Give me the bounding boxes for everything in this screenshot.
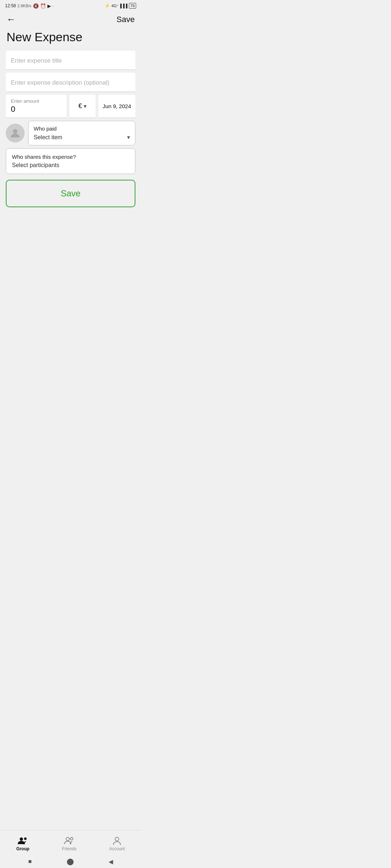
expense-title-input[interactable] xyxy=(6,51,135,70)
mute-icon: 🔇 xyxy=(33,3,39,9)
youtube-icon: ▶ xyxy=(47,3,51,9)
who-shares-selector[interactable]: Who shares this expense? Select particip… xyxy=(6,148,135,174)
battery-level: 79 xyxy=(130,4,135,8)
status-right: ⚡ 4G⁺▐▐▐ 79 xyxy=(105,3,136,9)
status-left: 12:58 2.8KB/s 🔇 ⏰ ▶ · xyxy=(5,3,54,9)
back-button[interactable]: ← xyxy=(7,14,16,25)
who-paid-row: Who paid Select item ▾ xyxy=(6,121,135,145)
form-area: Enter amount 0 € ▾ Jun 9, 2024 Who paid … xyxy=(0,51,141,207)
avatar xyxy=(6,124,25,142)
date-selector[interactable]: Jun 9, 2024 xyxy=(98,95,135,118)
amount-row: Enter amount 0 € ▾ Jun 9, 2024 xyxy=(6,95,135,118)
amount-box[interactable]: Enter amount 0 xyxy=(6,95,67,118)
battery-icon: 79 xyxy=(129,3,136,9)
signal-icon: 4G⁺▐▐▐ xyxy=(112,4,127,8)
bluetooth-icon: ⚡ xyxy=(105,3,110,8)
alarm-icon: ⏰ xyxy=(40,3,46,9)
top-navigation: ← Save xyxy=(0,10,141,28)
chevron-down-icon: ▾ xyxy=(84,103,87,110)
date-value: Jun 9, 2024 xyxy=(103,103,131,109)
status-time: 12:58 xyxy=(5,3,16,8)
chevron-down-icon: ▾ xyxy=(127,134,130,141)
page-title: New Expense xyxy=(0,28,141,51)
dot-icon: · xyxy=(52,3,54,8)
svg-point-0 xyxy=(13,129,17,133)
save-top-button[interactable]: Save xyxy=(117,15,135,24)
status-bar: 12:58 2.8KB/s 🔇 ⏰ ▶ · ⚡ 4G⁺▐▐▐ 79 xyxy=(0,0,141,10)
status-network: 2.8KB/s xyxy=(17,4,31,8)
who-paid-select-row: Select item ▾ xyxy=(34,134,130,141)
who-paid-label: Who paid xyxy=(34,125,130,132)
person-icon xyxy=(9,127,21,139)
who-shares-label: Who shares this expense? xyxy=(12,154,129,160)
who-paid-selector[interactable]: Who paid Select item ▾ xyxy=(28,121,135,145)
amount-label: Enter amount xyxy=(11,98,62,104)
currency-symbol: € xyxy=(79,102,82,110)
expense-description-input[interactable] xyxy=(6,73,135,92)
who-shares-value: Select participants xyxy=(12,162,129,169)
save-button[interactable]: Save xyxy=(6,180,135,207)
amount-value: 0 xyxy=(11,105,62,114)
who-paid-value: Select item xyxy=(34,134,62,141)
currency-selector[interactable]: € ▾ xyxy=(70,95,96,118)
